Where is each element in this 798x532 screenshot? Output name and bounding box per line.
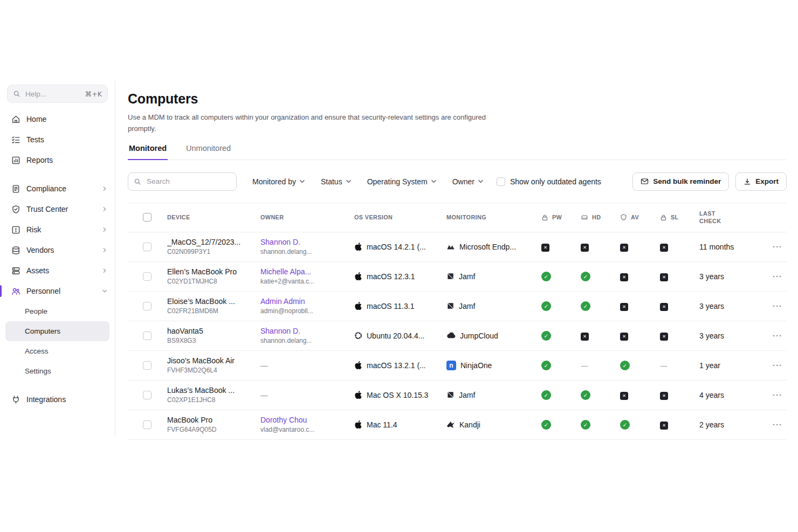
app-window: ⌘+K Home Tests Reports Compliance <box>0 81 798 437</box>
device-serial: FVHF3MD2Q6L4 <box>167 367 260 374</box>
row-checkbox[interactable] <box>143 331 152 340</box>
sidebar-item-label: Trust Center <box>26 205 96 213</box>
filter-owner[interactable]: Owner <box>452 177 484 186</box>
row-checkbox[interactable] <box>143 272 152 281</box>
sidebar-item-vendors[interactable]: Vendors <box>0 240 115 260</box>
filter-status[interactable]: Status <box>321 177 352 186</box>
risk-icon <box>11 225 20 234</box>
jamf-icon <box>446 302 455 310</box>
sidebar-item-personnel[interactable]: Personnel <box>0 281 115 301</box>
jumpcloud-icon <box>446 332 456 339</box>
row-actions-button[interactable] <box>773 420 782 429</box>
row-actions-button[interactable] <box>773 272 782 281</box>
column-header-sl[interactable]: SL <box>660 214 699 221</box>
lock-icon <box>660 214 667 221</box>
chevron-right-icon <box>102 206 107 212</box>
tab-monitored[interactable]: Monitored <box>128 144 168 160</box>
sidebar-item-assets[interactable]: Assets <box>0 260 115 281</box>
table-row: MacBook ProFVFG64A9Q05D Dorothy Chouvlad… <box>128 410 787 440</box>
owner-link[interactable]: Michelle Alpa... <box>260 267 354 276</box>
sidebar-item-computers[interactable]: Computers <box>5 321 109 341</box>
status-pass-icon <box>620 420 630 430</box>
sidebar-item-compliance[interactable]: Compliance <box>0 178 115 199</box>
table-search[interactable] <box>128 172 237 191</box>
column-header-last-check[interactable]: LAST CHECK <box>699 210 768 225</box>
table-search-input[interactable] <box>146 177 231 186</box>
download-icon <box>744 178 751 185</box>
last-check: 3 years <box>699 331 768 340</box>
column-header-os-version[interactable]: OS VERSION <box>354 214 446 220</box>
tab-unmonitored[interactable]: Unmonitored <box>185 144 232 160</box>
sidebar-nav: Home Tests Reports Compliance Trust Cent… <box>0 109 115 410</box>
sidebar-item-label: Home <box>26 115 107 123</box>
column-header-pw[interactable]: PW <box>541 214 581 221</box>
chevron-right-icon <box>102 227 107 232</box>
device-name: Jisoo’s MacBook Air <box>167 356 260 365</box>
filter-operating-system[interactable]: Operating System <box>367 177 437 186</box>
filter-label: Monitored by <box>252 177 296 186</box>
chevron-down-icon <box>102 288 107 294</box>
sidebar-item-tests[interactable]: Tests <box>0 129 115 150</box>
row-checkbox[interactable] <box>143 361 152 370</box>
global-help-search[interactable]: ⌘+K <box>7 85 108 103</box>
status-fail-icon <box>660 333 668 341</box>
sidebar-item-settings[interactable]: Settings <box>0 361 115 381</box>
owner-link[interactable]: Admin Admin <box>260 297 354 306</box>
row-actions-button[interactable] <box>773 390 782 399</box>
row-actions-button[interactable] <box>773 301 782 310</box>
page-canvas: ⌘+K Home Tests Reports Compliance <box>0 0 798 532</box>
global-help-search-input[interactable] <box>24 89 81 99</box>
status-fail-icon <box>620 273 628 281</box>
sidebar-item-people[interactable]: People <box>0 301 115 321</box>
row-actions-button[interactable] <box>773 361 782 370</box>
owner-link[interactable]: Shannon D. <box>260 327 354 335</box>
row-actions-button[interactable] <box>773 331 782 340</box>
select-all-checkbox[interactable] <box>143 213 152 222</box>
show-outdated-agents-toggle[interactable]: Show only outdated agents <box>497 177 601 186</box>
row-checkbox[interactable] <box>143 302 152 310</box>
device-name: Ellen’s MacBook Pro <box>167 267 260 276</box>
row-checkbox[interactable] <box>143 420 152 429</box>
checkbox-icon[interactable] <box>497 177 505 186</box>
sidebar-item-reports[interactable]: Reports <box>0 150 115 170</box>
status-pass-icon <box>541 272 551 281</box>
send-bulk-reminder-button[interactable]: Send bulk reminder <box>632 172 729 191</box>
sidebar-item-label: Compliance <box>26 184 96 193</box>
ninjaone-icon <box>446 361 456 370</box>
sidebar-item-risk[interactable]: Risk <box>0 219 115 240</box>
owner-link[interactable]: Dorothy Chou <box>260 416 354 424</box>
owner-email: katie+2@vanta.c... <box>260 278 354 285</box>
os-version: Ubuntu 20.04.4... <box>367 331 424 340</box>
row-checkbox[interactable] <box>143 243 152 251</box>
device-serial: C02XP1E1JHC8 <box>167 396 260 404</box>
chevron-down-icon <box>346 178 352 184</box>
last-check: 11 months <box>699 243 768 251</box>
column-header-hd[interactable]: HD <box>581 214 620 221</box>
export-button[interactable]: Export <box>735 172 787 191</box>
sidebar-item-access[interactable]: Access <box>0 341 115 361</box>
chevron-down-icon <box>299 178 305 184</box>
column-header-av[interactable]: AV <box>620 213 660 221</box>
sidebar-item-integrations[interactable]: Integrations <box>0 389 115 410</box>
device-name: _MacOS_12/7/2023... <box>167 238 260 246</box>
chevron-right-icon <box>102 268 107 273</box>
last-check: 4 years <box>699 391 768 399</box>
table-row: Ellen’s MacBook ProC02YD1TMJHC8 Michelle… <box>128 262 787 292</box>
status-pass-icon <box>581 272 590 281</box>
sidebar-item-label: Reports <box>26 156 107 164</box>
sidebar-item-trust-center[interactable]: Trust Center <box>0 199 115 219</box>
owner-link[interactable]: Shannon D. <box>260 238 354 246</box>
status-none-icon <box>660 361 668 370</box>
filter-monitored-by[interactable]: Monitored by <box>252 177 305 186</box>
column-header-device[interactable]: DEVICE <box>167 214 260 220</box>
sidebar-item-label: Assets <box>26 266 96 275</box>
row-checkbox[interactable] <box>143 391 152 399</box>
sidebar-item-label: Integrations <box>26 395 107 404</box>
row-actions-button[interactable] <box>773 242 782 251</box>
os-version: macOS 13.2.1 (... <box>367 361 426 370</box>
column-header-owner[interactable]: OWNER <box>260 214 354 220</box>
apple-icon <box>354 361 362 369</box>
sidebar-item-home[interactable]: Home <box>0 109 115 129</box>
column-header-monitoring[interactable]: MONITORING <box>446 214 541 220</box>
status-fail-icon <box>620 303 628 311</box>
